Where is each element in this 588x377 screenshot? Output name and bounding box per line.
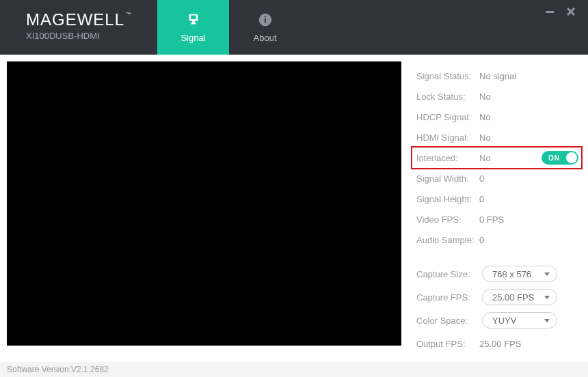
color-space-value: YUYV xyxy=(492,316,516,326)
brand-logo: MAGEWELL™ xyxy=(26,10,131,29)
signal-width-label: Signal Width: xyxy=(416,173,479,184)
hdmi-value: No xyxy=(479,132,491,143)
content-area: Signal Status: No signal Lock Status: No… xyxy=(0,55,588,359)
version-value: V2.1.2682 xyxy=(71,365,109,374)
row-lock-status: Lock Status: No xyxy=(416,86,581,107)
output-fps-label: Output FPS: xyxy=(416,339,479,349)
hdcp-label: HDCP Signal: xyxy=(416,112,479,122)
signal-height-label: Signal Height: xyxy=(416,194,479,204)
row-signal-width: Signal Width: 0 xyxy=(416,168,581,188)
brand-name: MAGEWELL xyxy=(26,10,124,29)
window-controls xyxy=(546,7,576,16)
chevron-down-icon xyxy=(544,319,550,322)
interlaced-toggle[interactable]: ON xyxy=(542,151,578,165)
signal-height-value: 0 xyxy=(479,194,484,204)
audio-sample-label: Audio Sample: xyxy=(416,235,479,245)
separator xyxy=(416,250,581,264)
trademark: ™ xyxy=(126,12,131,16)
row-hdmi: HDMI Signal: No xyxy=(416,127,581,148)
row-video-fps: Video FPS: 0 FPS xyxy=(416,209,581,229)
capture-size-value: 768 x 576 xyxy=(492,269,531,279)
row-hdcp: HDCP Signal: No xyxy=(416,107,581,127)
color-space-label: Color Space: xyxy=(416,316,479,326)
nav-tabs: Signal About xyxy=(157,0,301,55)
output-fps-value: 25.00 FPS xyxy=(479,339,521,349)
hdmi-label: HDMI Signal: xyxy=(416,132,479,143)
chevron-down-icon xyxy=(544,296,550,299)
status-bar: Software Version: V2.1.2682 xyxy=(0,362,588,377)
svg-rect-3 xyxy=(546,11,554,13)
capture-size-label: Capture Size: xyxy=(416,269,479,279)
brand-block: MAGEWELL™ XI100DUSB-HDMI xyxy=(0,0,150,55)
interlaced-label: Interlaced: xyxy=(416,153,479,163)
tab-signal-label: Signal xyxy=(181,33,205,43)
title-bar: MAGEWELL™ XI100DUSB-HDMI Signal About xyxy=(0,0,588,55)
row-color-space: Color Space: YUYV xyxy=(416,310,581,331)
minimize-button[interactable] xyxy=(546,7,555,16)
tab-signal[interactable]: Signal xyxy=(157,0,229,55)
row-audio-sample: Audio Sample: 0 xyxy=(416,229,581,250)
lock-status-value: No xyxy=(479,92,491,102)
row-output-fps: Output FPS: 25.00 FPS xyxy=(416,333,581,354)
signal-status-value: No signal xyxy=(479,71,516,81)
svg-rect-2 xyxy=(265,16,266,17)
row-capture-size: Capture Size: 768 x 576 xyxy=(416,264,581,284)
interlaced-value: No xyxy=(479,153,491,163)
version-label: Software Version: xyxy=(7,365,71,374)
signal-icon xyxy=(186,12,201,27)
row-signal-status: Signal Status: No signal xyxy=(416,66,581,86)
toggle-knob xyxy=(566,152,577,163)
info-panel: Signal Status: No signal Lock Status: No… xyxy=(416,61,581,359)
capture-fps-dropdown[interactable]: 25.00 FPS xyxy=(482,289,557,305)
video-fps-label: Video FPS: xyxy=(416,214,479,225)
chevron-down-icon xyxy=(544,273,550,276)
tab-about[interactable]: About xyxy=(229,0,301,55)
capture-size-dropdown[interactable]: 768 x 576 xyxy=(482,266,557,282)
toggle-on-label: ON xyxy=(548,154,560,162)
lock-status-label: Lock Status: xyxy=(416,92,479,102)
signal-status-label: Signal Status: xyxy=(416,71,479,81)
close-button[interactable] xyxy=(566,7,576,16)
capture-fps-value: 25.00 FPS xyxy=(492,292,534,303)
svg-rect-1 xyxy=(265,18,266,23)
product-name: XI100DUSB-HDMI xyxy=(26,31,131,41)
row-capture-fps: Capture FPS: 25.00 FPS xyxy=(416,287,581,307)
color-space-dropdown[interactable]: YUYV xyxy=(482,312,557,329)
audio-sample-value: 0 xyxy=(479,235,484,245)
row-interlaced: Interlaced: No ON xyxy=(412,148,581,168)
video-fps-value: 0 FPS xyxy=(479,214,504,225)
signal-width-value: 0 xyxy=(479,173,484,184)
info-icon xyxy=(258,12,273,27)
row-signal-height: Signal Height: 0 xyxy=(416,188,581,209)
capture-fps-label: Capture FPS: xyxy=(416,292,479,303)
tab-about-label: About xyxy=(254,33,277,43)
video-preview xyxy=(7,61,401,346)
hdcp-value: No xyxy=(479,112,491,122)
